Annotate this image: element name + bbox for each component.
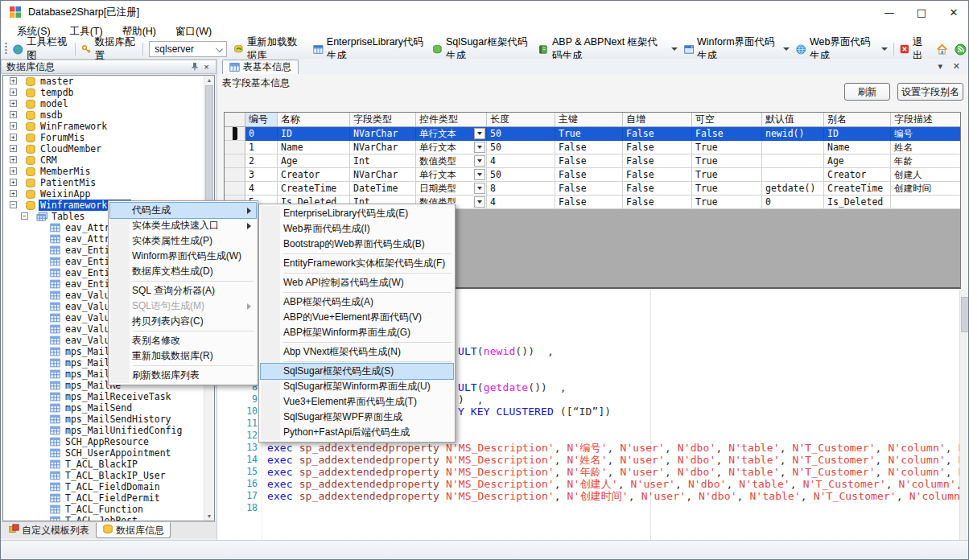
- tree-item[interactable]: mps_MailReceiveTask: [3, 391, 214, 402]
- toolbar-feed-button[interactable]: [951, 42, 969, 57]
- grid-cell[interactable]: [891, 196, 961, 209]
- grid-cell[interactable]: [762, 141, 824, 154]
- grid-column-header[interactable]: 自增: [623, 113, 692, 127]
- context-menu-item[interactable]: 重新加载数据库(R): [110, 348, 256, 364]
- tree-item[interactable]: +ForumMis: [3, 132, 214, 143]
- grid-cell[interactable]: 4: [245, 182, 278, 196]
- tree-item[interactable]: +CRM: [3, 154, 214, 166]
- grid-column-header[interactable]: 可空: [692, 113, 762, 127]
- scroll-down-icon[interactable]: ▼: [204, 513, 214, 519]
- grid-row-selector[interactable]: [225, 182, 245, 196]
- tree-item[interactable]: T_ACL_Function: [3, 504, 214, 515]
- dropdown-button[interactable]: [474, 142, 485, 153]
- grid-cell[interactable]: True: [692, 141, 762, 154]
- grid-cell[interactable]: True: [692, 154, 762, 168]
- menubar-item[interactable]: 窗口(W): [166, 23, 221, 40]
- submenu-item[interactable]: SqlSugar框架代码生成(S): [261, 364, 453, 379]
- grid-cell[interactable]: False: [555, 196, 623, 209]
- tree-item[interactable]: +MemberMis: [3, 166, 214, 177]
- grid-cell[interactable]: Name: [278, 141, 350, 154]
- grid-cell[interactable]: NVarChar: [350, 168, 416, 182]
- grid-cell[interactable]: False: [555, 141, 623, 154]
- submenu-item[interactable]: Abp VNext框架代码生成(N): [261, 344, 453, 360]
- tree-expand-toggle[interactable]: +: [10, 167, 17, 175]
- submenu-item[interactable]: Web API控制器代码生成(W): [261, 275, 453, 290]
- tree-scrollbar-thumb[interactable]: [205, 85, 213, 206]
- tree-item[interactable]: T_ACL_FieldDomain: [3, 481, 214, 492]
- tree-expand-toggle[interactable]: +: [10, 100, 17, 107]
- grid-cell[interactable]: ID: [278, 127, 350, 141]
- table-row[interactable]: 3CreatorNVarChar单行文本50FalseFalseTrueCrea…: [225, 168, 960, 182]
- dropdown-button[interactable]: [474, 169, 485, 180]
- submenu-item[interactable]: Web界面代码生成(I): [261, 221, 453, 237]
- grid-cell[interactable]: NVarChar: [350, 127, 416, 141]
- grid-cell[interactable]: 50: [487, 141, 555, 154]
- tree-expand-toggle[interactable]: +: [10, 89, 17, 96]
- grid-cell[interactable]: False: [623, 127, 692, 141]
- tree-item[interactable]: +tempdb: [3, 87, 214, 98]
- grid-cell[interactable]: True: [692, 182, 762, 196]
- grid-cell[interactable]: False: [555, 154, 623, 168]
- grid-cell[interactable]: 0: [245, 127, 278, 141]
- tree-item[interactable]: T_ACL_JobPost: [3, 515, 214, 521]
- tree-expand-toggle[interactable]: +: [10, 156, 17, 163]
- bottom-tab-database[interactable]: 数据库信息: [96, 522, 171, 538]
- grid-cell[interactable]: 单行文本: [416, 168, 487, 182]
- grid-cell[interactable]: False: [623, 182, 692, 196]
- grid-cell[interactable]: True: [692, 168, 762, 182]
- tree-item[interactable]: +WeixinApp: [3, 188, 214, 200]
- submenu-item[interactable]: Vue3+Element界面代码生成(T): [261, 394, 453, 410]
- close-button[interactable]: ✕: [938, 1, 969, 23]
- grid-row-selector[interactable]: [225, 127, 245, 141]
- grid-cell[interactable]: Creator: [278, 168, 350, 182]
- grid-column-header[interactable]: 编号: [245, 113, 278, 127]
- set-field-alias-button[interactable]: 设置字段别名: [897, 83, 963, 101]
- grid-cell[interactable]: 0: [762, 196, 824, 209]
- grid-cell[interactable]: Age: [824, 154, 891, 168]
- grid-cell[interactable]: 2: [245, 154, 278, 168]
- context-menu-item[interactable]: 表别名修改: [110, 333, 256, 348]
- tree-item[interactable]: +master: [3, 76, 214, 87]
- grid-cell[interactable]: False: [623, 168, 692, 182]
- maximize-button[interactable]: □: [905, 1, 938, 23]
- submenu-item[interactable]: Python+FastApi后端代码生成: [261, 425, 453, 440]
- tree-item[interactable]: +CloudMember: [3, 143, 214, 154]
- grid-row-selector[interactable]: [225, 141, 245, 154]
- grid-column-header[interactable]: 主键: [555, 113, 623, 127]
- context-menu-item[interactable]: 数据库文档生成(D): [110, 264, 256, 279]
- grid-row-selector[interactable]: [225, 168, 245, 182]
- grid-cell[interactable]: 日期类型: [416, 182, 487, 196]
- context-menu-item[interactable]: 实体类生成快速入口: [110, 218, 256, 233]
- grid-cell[interactable]: Int: [350, 154, 416, 168]
- tabstrip-close-icon[interactable]: ✕: [953, 61, 960, 72]
- context-menu-item[interactable]: Winform界面代码生成(W): [110, 249, 256, 264]
- scroll-up-icon[interactable]: ▲: [204, 77, 214, 83]
- grid-cell[interactable]: [762, 168, 824, 182]
- grid-cell[interactable]: 1: [245, 141, 278, 154]
- tree-item[interactable]: SCH_UserAppointment: [3, 447, 214, 459]
- submenu-item[interactable]: ABP框架Winform界面生成(G): [261, 325, 453, 340]
- tree-item[interactable]: +PatientMis: [3, 177, 214, 188]
- grid-cell[interactable]: Creator: [824, 168, 891, 182]
- submenu-item[interactable]: ABP的Vue+Element界面代码(V): [261, 310, 453, 325]
- grid-cell[interactable]: 年龄: [891, 154, 961, 168]
- grid-cell[interactable]: True: [555, 127, 623, 141]
- grid-cell[interactable]: getdate(): [762, 182, 824, 196]
- tab-table-info[interactable]: 表基本信息: [222, 60, 299, 74]
- grid-cell[interactable]: False: [623, 141, 692, 154]
- tree-expand-toggle[interactable]: −: [21, 212, 28, 220]
- grid-cell[interactable]: 50: [487, 168, 555, 182]
- grid-cell[interactable]: False: [555, 182, 623, 196]
- grid-column-header[interactable]: 字段描述: [891, 113, 961, 127]
- grid-cell[interactable]: 单行文本: [416, 141, 487, 154]
- grid-cell[interactable]: 8: [487, 182, 555, 196]
- tree-item[interactable]: +WinFramework: [3, 121, 214, 132]
- context-menu-item[interactable]: 代码生成: [110, 203, 256, 218]
- bottom-tab-templates[interactable]: 自定义模板列表: [2, 522, 96, 538]
- tree-expand-toggle[interactable]: −: [10, 201, 17, 208]
- grid-cell[interactable]: NVarChar: [350, 141, 416, 154]
- grid-row-selector[interactable]: [225, 154, 245, 168]
- submenu-item[interactable]: SqlSugar框架Winform界面生成(U): [261, 379, 453, 394]
- tree-item[interactable]: mps_MailSend: [3, 402, 214, 414]
- tree-item[interactable]: T_ACL_FieldPermit: [3, 492, 214, 504]
